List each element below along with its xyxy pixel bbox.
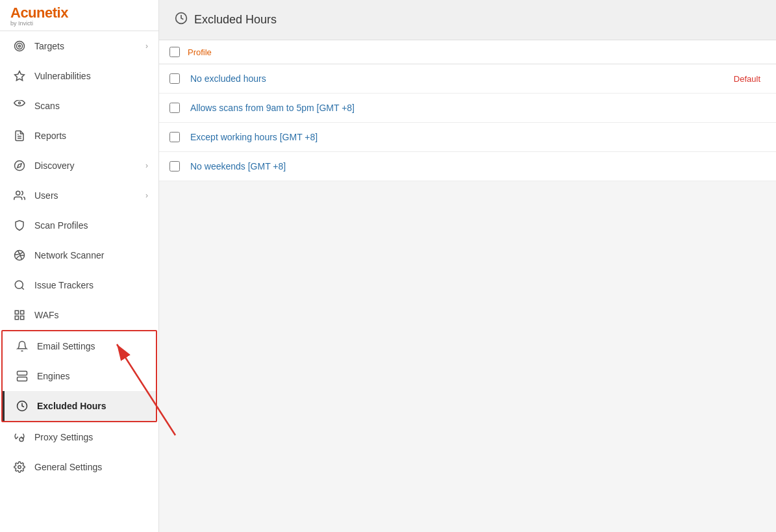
email-settings-icon [15,339,29,353]
chevron-icon: › [145,161,148,170]
discovery-icon [12,158,27,173]
row-checkbox-3[interactable] [169,161,180,171]
sidebar-item-scans[interactable]: Scans [0,91,158,121]
page-header: Excluded Hours [159,0,776,40]
svg-line-12 [21,287,23,289]
table-header: Profile [159,40,776,64]
table-row: Allows scans from 9am to 5pm [GMT +8] [159,94,776,123]
content-table: Profile No excluded hours Default Allows… [159,40,776,181]
svg-point-4 [19,102,21,104]
svg-rect-13 [15,310,18,314]
svg-point-22 [18,466,21,469]
profile-column-header: Profile [188,47,212,57]
chevron-icon: › [145,191,148,200]
table-row: Except working hours [GMT +8] [159,123,776,152]
sidebar-item-discovery[interactable]: Discovery › [0,151,158,181]
chevron-icon: › [145,42,148,51]
svg-point-7 [15,161,25,171]
wafs-icon [12,308,27,322]
table-row: No weekends [GMT +8] [159,152,776,181]
sidebar-item-vulnerabilities[interactable]: Vulnerabilities [0,61,158,91]
proxy-settings-icon [12,430,27,444]
sidebar-item-general-settings[interactable]: General Settings [0,452,158,482]
logo: Acunetix by Invicti [0,0,158,31]
sidebar-item-reports[interactable]: Reports [0,121,158,151]
issue-trackers-icon [12,278,27,292]
general-settings-icon [12,460,27,474]
row-checkbox-0[interactable] [169,73,180,84]
sidebar-nav: Targets › Vulnerabilities Scans Reports [0,31,158,532]
row-checkbox-1[interactable] [169,103,180,113]
row-checkbox-2[interactable] [169,132,180,142]
select-all-checkbox[interactable] [169,47,180,57]
sidebar-item-scan-profiles[interactable]: Scan Profiles [0,210,158,240]
sidebar: Acunetix by Invicti Targets › Vulnerabil… [0,0,159,532]
row-label-0[interactable]: No excluded hours [190,73,734,84]
main-content: Excluded Hours Profile No excluded hours… [159,0,776,532]
row-label-2[interactable]: Except working hours [GMT +8] [190,132,760,142]
scan-profiles-icon [12,218,27,233]
vulnerabilities-icon [12,69,27,83]
sidebar-item-targets[interactable]: Targets › [0,31,158,61]
table-row: No excluded hours Default [159,64,776,94]
sidebar-item-proxy-settings[interactable]: Proxy Settings [0,422,158,452]
row-label-3[interactable]: No weekends [GMT +8] [190,161,760,171]
page-title: Excluded Hours [194,13,277,27]
engines-icon [15,369,29,383]
svg-rect-18 [18,377,27,381]
network-scanner-icon [12,248,27,262]
scans-icon [12,99,27,113]
reports-icon [12,129,27,143]
targets-icon [12,39,27,53]
svg-point-2 [19,45,21,47]
svg-point-11 [15,281,23,288]
svg-point-9 [16,191,20,195]
sidebar-item-email-settings[interactable]: Email Settings [3,331,156,361]
sidebar-item-network-scanner[interactable]: Network Scanner [0,240,158,270]
svg-marker-3 [15,71,25,81]
sidebar-item-users[interactable]: Users › [0,181,158,210]
svg-rect-17 [18,372,27,375]
row-label-1[interactable]: Allows scans from 9am to 5pm [GMT +8] [190,103,760,113]
sidebar-item-wafs[interactable]: WAFs [0,300,158,330]
sidebar-item-engines[interactable]: Engines [3,361,156,391]
sidebar-item-excluded-hours[interactable]: Excluded Hours [3,391,156,421]
logo-text: Acunetix by Invicti [10,5,68,27]
page-header-clock-icon [175,12,188,28]
svg-point-1 [17,44,23,49]
svg-rect-16 [21,316,24,320]
excluded-hours-icon [15,399,29,413]
svg-rect-15 [15,316,18,320]
highlighted-nav-group: Email Settings Engines Excluded Hours [1,330,157,422]
sidebar-item-issue-trackers[interactable]: Issue Trackers [0,270,158,300]
svg-rect-14 [21,310,24,314]
users-icon [12,188,27,203]
row-badge-0: Default [734,74,760,84]
svg-marker-8 [18,164,21,168]
